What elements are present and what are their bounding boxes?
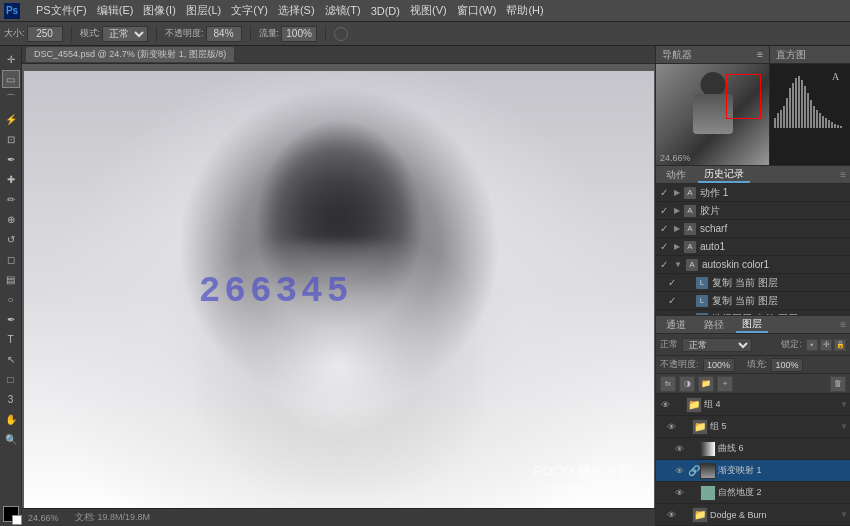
background-color[interactable] (12, 515, 22, 525)
foreground-color[interactable] (3, 506, 19, 522)
tab-history[interactable]: 历史记录 (698, 167, 750, 183)
create-group-btn[interactable]: 📁 (698, 376, 714, 392)
path-select-tool[interactable]: ↖ (2, 350, 20, 368)
svg-rect-13 (813, 106, 815, 128)
eyedropper-tool[interactable]: ✒ (2, 150, 20, 168)
lock-all[interactable]: 🔒 (834, 339, 846, 351)
layer-item[interactable]: 👁 曲线 6 (656, 438, 850, 460)
3d-tool[interactable]: 3 (2, 390, 20, 408)
tab-layers[interactable]: 图层 (736, 317, 768, 333)
history-label: 动作 1 (700, 186, 728, 200)
dodge-tool[interactable]: ○ (2, 290, 20, 308)
navigator-panel: 导航器 ≡ 24.66% (656, 46, 770, 166)
history-label: 胶片 (700, 204, 720, 218)
history-menu-icon[interactable]: ≡ (840, 169, 846, 180)
layer-item[interactable]: 👁 📁 组 5 ▼ (656, 416, 850, 438)
delete-layer-btn[interactable]: 🗑 (830, 376, 846, 392)
history-item[interactable]: ✓ L 复制 当前 图层 (656, 274, 850, 292)
eye-icon[interactable]: 👁 (672, 442, 686, 456)
layer-item[interactable]: 👁 自然地度 2 (656, 482, 850, 504)
brush-size-label: 大小: (4, 27, 25, 40)
tab-actions[interactable]: 动作 (660, 168, 692, 182)
fill-value-input[interactable] (771, 358, 803, 372)
shape-tool[interactable]: □ (2, 370, 20, 388)
hand-tool[interactable]: ✋ (2, 410, 20, 428)
history-item[interactable]: ✓ ▶ A scharf (656, 220, 850, 238)
lasso-tool[interactable]: ⌒ (2, 90, 20, 108)
navigator-zoom-percent: 24.66% (660, 153, 691, 163)
opacity-value-input[interactable] (703, 358, 735, 372)
history-panel: 动作 历史记录 ≡ ✓ ▶ A 动作 1 ✓ ▶ A 胶片 (656, 166, 850, 316)
layers-menu-icon[interactable]: ≡ (840, 319, 846, 330)
magic-wand-tool[interactable]: ⚡ (2, 110, 20, 128)
blend-mode-select[interactable]: 正常 (682, 338, 752, 352)
history-list[interactable]: ✓ ▶ A 动作 1 ✓ ▶ A 胶片 ✓ ▶ A scharf (656, 184, 850, 315)
new-layer-btn[interactable]: + (717, 376, 733, 392)
menu-help[interactable]: 帮助(H) (506, 3, 543, 18)
canvas-tab[interactable]: DSC_4554.psd @ 24.7% (新变映射 1, 图层版/8) (26, 47, 234, 62)
opacity-input[interactable] (206, 26, 242, 42)
history-item[interactable]: ✓ ▼ A autoskin color1 (656, 256, 850, 274)
marquee-tool[interactable]: ▭ (2, 70, 20, 88)
move-tool[interactable]: ✛ (2, 50, 20, 68)
layers-list[interactable]: 👁 📁 组 4 ▼ 👁 📁 组 5 ▼ 👁 曲线 (656, 394, 850, 526)
clone-tool[interactable]: ⊕ (2, 210, 20, 228)
eye-icon[interactable]: 👁 (658, 398, 672, 412)
brush-size-input[interactable] (27, 26, 63, 42)
flow-input[interactable] (281, 26, 317, 42)
menu-file[interactable]: PS文件(F) (36, 3, 87, 18)
add-mask-btn[interactable]: ◑ (679, 376, 695, 392)
history-item[interactable]: ✓ L 复制 当前 图层 (656, 292, 850, 310)
pen-tool[interactable]: ✒ (2, 310, 20, 328)
history-label: 复制 当前 图层 (712, 276, 778, 290)
gradient-tool[interactable]: ▤ (2, 270, 20, 288)
navigator-image[interactable]: 24.66% (656, 64, 769, 165)
eye-icon[interactable]: 👁 (672, 486, 686, 500)
menu-image[interactable]: 图像(I) (143, 3, 175, 18)
lock-pixels[interactable]: ▪ (806, 339, 818, 351)
layer-name: 组 4 (704, 398, 838, 411)
eraser-tool[interactable]: ◻ (2, 250, 20, 268)
svg-rect-17 (825, 118, 827, 128)
menu-edit[interactable]: 编辑(E) (97, 3, 134, 18)
options-bar: 大小: 模式: 正常 不透明度: 流量: (0, 22, 850, 46)
lock-position[interactable]: ✛ (820, 339, 832, 351)
layer-item[interactable]: 👁 🔗 渐变映射 1 (656, 460, 850, 482)
history-item[interactable]: ✓ ▶ A auto1 (656, 238, 850, 256)
tab-paths[interactable]: 路径 (698, 318, 730, 332)
eye-icon[interactable]: 👁 (672, 464, 686, 478)
doc-size: 文档: 19.8M/19.8M (75, 511, 151, 524)
crop-tool[interactable]: ⊡ (2, 130, 20, 148)
add-adjustment-btn[interactable]: fx (660, 376, 676, 392)
layer-item[interactable]: 👁 📁 组 4 ▼ (656, 394, 850, 416)
poco-url: http://photo.poco.cn (532, 481, 633, 491)
menu-select[interactable]: 选择(S) (278, 3, 315, 18)
type-tool[interactable]: T (2, 330, 20, 348)
menu-view[interactable]: 视图(V) (410, 3, 447, 18)
history-label: auto1 (700, 241, 725, 252)
menu-window[interactable]: 窗口(W) (457, 3, 497, 18)
menu-layer[interactable]: 图层(L) (186, 3, 221, 18)
eye-icon[interactable]: 👁 (664, 508, 678, 522)
airbrush-toggle[interactable] (334, 27, 348, 41)
svg-rect-6 (792, 83, 794, 128)
history-item[interactable]: ✓ L 选择图层 当前 图层 (656, 310, 850, 315)
svg-rect-3 (783, 106, 785, 128)
menu-filter[interactable]: 滤镜(T) (325, 3, 361, 18)
history-brush-tool[interactable]: ↺ (2, 230, 20, 248)
fold-arrow: ▶ (674, 188, 680, 197)
history-item[interactable]: ✓ ▶ A 动作 1 (656, 184, 850, 202)
eye-icon[interactable]: 👁 (664, 420, 678, 434)
layer-item[interactable]: 👁 📁 Dodge & Burn ▼ (656, 504, 850, 526)
opacity-item: 不透明度: (165, 26, 242, 42)
tab-channels[interactable]: 通道 (660, 318, 692, 332)
zoom-tool[interactable]: 🔍 (2, 430, 20, 448)
action-icon: A (684, 223, 696, 235)
brush-tool[interactable]: ✏ (2, 190, 20, 208)
heal-tool[interactable]: ✚ (2, 170, 20, 188)
history-item[interactable]: ✓ ▶ A 胶片 (656, 202, 850, 220)
navigator-menu-icon[interactable]: ≡ (757, 49, 763, 60)
mode-select[interactable]: 正常 (102, 26, 148, 42)
menu-3d[interactable]: 3D(D) (371, 5, 400, 17)
menu-type[interactable]: 文字(Y) (231, 3, 268, 18)
